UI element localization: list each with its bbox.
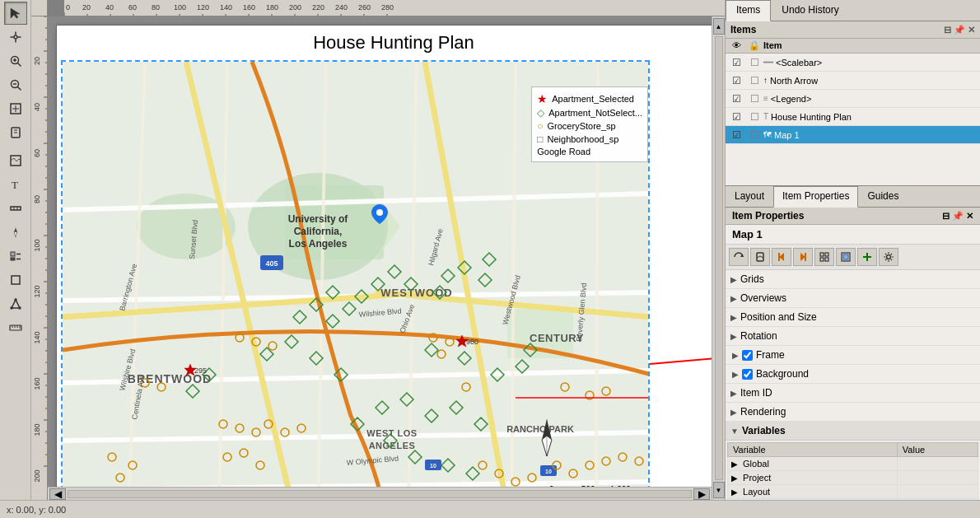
var-col-variable: Variable	[728, 443, 898, 457]
svg-text:200: 200	[33, 469, 41, 482]
tab-undo-history[interactable]: Undo History	[771, 0, 849, 21]
svg-text:140: 140	[220, 3, 232, 12]
frame-checkbox[interactable]	[742, 350, 753, 361]
items-close-icon[interactable]: ✕	[968, 25, 975, 35]
prop-panel: Item Properties ⊟ 📌 ✕ Map 1	[726, 208, 980, 500]
item-label-house: T House Hunting Plan	[763, 112, 978, 122]
prop-collapse-icon[interactable]: ⊟	[942, 211, 950, 222]
tool-zoom-in[interactable]	[4, 49, 27, 72]
tool-zoom-page[interactable]	[4, 121, 27, 144]
tab-items[interactable]: Items	[726, 0, 771, 21]
canvas-viewport[interactable]: House Hunting Plan	[48, 16, 712, 500]
svg-line-2	[17, 63, 21, 67]
var-row-layout[interactable]: ▶ Layout	[728, 485, 978, 499]
vis-checkbox-north[interactable]: ☑	[727, 75, 745, 86]
svg-rect-23	[12, 276, 20, 284]
map-item[interactable]: 405 10 10 University of	[61, 60, 650, 500]
lock-checkbox-legend[interactable]: ☐	[745, 93, 763, 105]
lock-checkbox-house[interactable]: ☐	[745, 111, 763, 123]
lock-checkbox-north[interactable]: ☐	[745, 75, 763, 86]
tab-layout[interactable]: Layout	[726, 186, 773, 207]
svg-rect-26	[18, 307, 21, 310]
tab-guides[interactable]: Guides	[858, 186, 908, 207]
vis-checkbox-legend[interactable]: ☑	[727, 93, 745, 105]
svg-text:60: 60	[33, 149, 41, 157]
prop-tool-add[interactable]	[857, 248, 877, 266]
tool-add-map[interactable]	[4, 149, 27, 172]
section-item-id[interactable]: ▶ Item ID	[726, 384, 980, 403]
tab-item-properties[interactable]: Item Properties	[773, 186, 858, 208]
tool-pan[interactable]	[4, 26, 27, 49]
position-label: Position and Size	[740, 311, 817, 323]
tool-add-scalebar[interactable]	[4, 197, 27, 220]
layout-arrow: ▶	[731, 488, 738, 497]
vis-checkbox-scalebar[interactable]: ☑	[727, 57, 745, 68]
itemid-arrow: ▶	[730, 389, 737, 398]
section-rotation[interactable]: ▶ Rotation	[726, 327, 980, 346]
item-label-scalebar: ━━ <Scalebar>	[763, 58, 978, 68]
prop-tool-overview[interactable]	[836, 248, 856, 266]
prop-pin-icon[interactable]: 📌	[952, 211, 964, 222]
status-coords: x: 0.00, y: 0.00	[7, 505, 66, 515]
tool-add-legend[interactable]	[4, 245, 27, 268]
tool-add-label[interactable]: T	[4, 173, 27, 196]
svg-text:140: 140	[33, 331, 41, 343]
prop-tool-settings[interactable]	[879, 248, 898, 266]
background-checkbox[interactable]	[742, 369, 753, 380]
tool-ruler[interactable]	[4, 316, 27, 339]
lock-checkbox-map1[interactable]: ☐	[745, 129, 763, 141]
tool-add-shape[interactable]	[4, 268, 27, 292]
variables-arrow: ▼	[730, 427, 739, 436]
prop-close-icon[interactable]: ✕	[966, 211, 973, 222]
svg-text:80: 80	[33, 195, 41, 203]
tool-node-edit[interactable]	[4, 292, 27, 315]
items-row-house-hunting[interactable]: ☑ ☐ T House Hunting Plan	[726, 108, 980, 126]
items-collapse-icon[interactable]: ⊟	[944, 25, 951, 35]
items-row-scalebar[interactable]: ☑ ☐ ━━ <Scalebar>	[726, 54, 980, 72]
prop-panel-header: Item Properties ⊟ 📌 ✕	[726, 208, 980, 225]
items-pin-icon[interactable]: 📌	[954, 25, 965, 35]
canvas-area: 0 20 40 60 80 100 120 140	[31, 0, 725, 500]
items-row-legend[interactable]: ☑ ☐ ≡ <Legend>	[726, 90, 980, 108]
section-variables[interactable]: ▼ Variables	[726, 422, 980, 441]
svg-text:0: 0	[66, 3, 70, 12]
tool-zoom-full[interactable]	[4, 97, 27, 120]
section-background[interactable]: ▶ Background	[726, 365, 980, 384]
svg-text:20: 20	[33, 57, 41, 65]
svg-text:80: 80	[152, 3, 160, 12]
variables-label: Variables	[742, 425, 786, 436]
vis-checkbox-map1[interactable]: ☑	[727, 129, 745, 141]
svg-line-6	[17, 87, 21, 91]
svg-rect-25	[14, 299, 16, 301]
section-grids[interactable]: ▶ Grids	[726, 270, 980, 289]
north-arrow	[529, 415, 566, 460]
section-frame[interactable]: ▶ Frame	[726, 346, 980, 365]
vis-checkbox-house[interactable]: ☑	[727, 111, 745, 123]
horizontal-scrollbar[interactable]: ◀ ▶	[48, 487, 712, 500]
svg-text:WEST LOS: WEST LOS	[366, 428, 417, 438]
prop-tool-atlas-prev[interactable]	[772, 248, 791, 266]
section-rendering[interactable]: ▶ Rendering	[726, 403, 980, 422]
prop-tool-grid[interactable]	[814, 248, 834, 266]
lock-checkbox-scalebar[interactable]: ☐	[745, 57, 763, 68]
var-row-global[interactable]: ▶ Global	[728, 457, 978, 471]
svg-rect-206	[805, 253, 806, 261]
section-position-size[interactable]: ▶ Position and Size	[726, 308, 980, 327]
tool-select[interactable]	[4, 2, 27, 25]
col-vis: 👁	[727, 40, 745, 51]
items-panel-header: Items ⊟ 📌 ✕	[726, 21, 980, 39]
prop-panel-title: Item Properties	[732, 210, 804, 222]
prop-tool-refresh[interactable]	[729, 248, 749, 266]
tool-zoom-out[interactable]	[4, 73, 27, 96]
background-label: Background	[756, 368, 809, 380]
prop-tool-bookmark[interactable]	[750, 248, 770, 266]
var-row-project[interactable]: ▶ Project	[728, 471, 978, 485]
tool-add-north[interactable]	[4, 221, 27, 244]
svg-text:160: 160	[33, 377, 41, 390]
vertical-scrollbar[interactable]: ▲ ▼	[712, 16, 725, 500]
background-arrow: ▶	[732, 370, 739, 379]
items-row-north-arrow[interactable]: ☑ ☐ ↑ North Arrow	[726, 72, 980, 90]
prop-tool-atlas-next[interactable]	[793, 248, 813, 266]
items-row-map1[interactable]: ☑ ☐ 🗺 Map 1	[726, 126, 980, 144]
section-overviews[interactable]: ▶ Overviews	[726, 289, 980, 308]
